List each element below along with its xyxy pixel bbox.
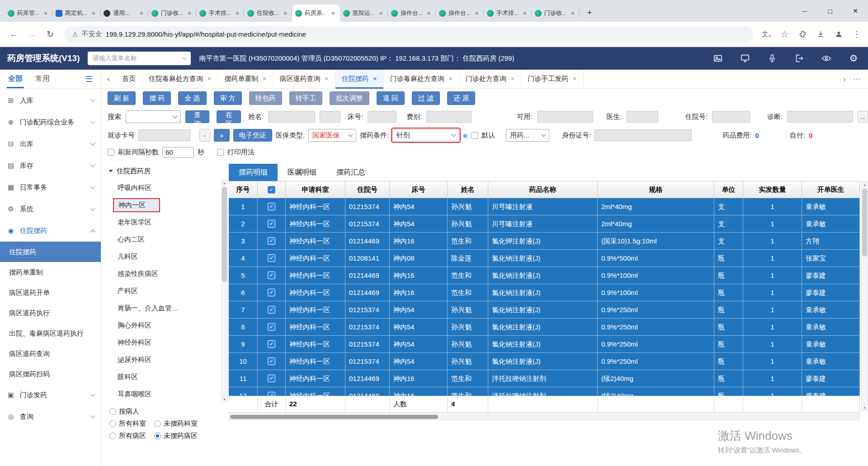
- e-voucher-button[interactable]: 电子凭证: [233, 129, 272, 142]
- workspace-tab[interactable]: 摆药单重制: [218, 70, 273, 88]
- toolbar-button[interactable]: 摆 药: [143, 91, 171, 105]
- table-row[interactable]: 8 神经内科一区 01215374 神内54 孙兴魁 氯化钠注射液(J) 0.9…: [229, 319, 860, 336]
- download-icon[interactable]: [816, 29, 826, 39]
- monitor-view-icon[interactable]: [821, 53, 832, 64]
- browser-menu-icon[interactable]: [852, 29, 862, 39]
- workspace-tab[interactable]: 门诊毒麻处方查询: [384, 70, 459, 88]
- col-inpatient-no[interactable]: 住院号: [345, 181, 390, 198]
- profile-avatar-icon[interactable]: [834, 29, 844, 39]
- row-checkbox[interactable]: [268, 254, 275, 262]
- row-checkbox[interactable]: [268, 237, 275, 245]
- radio-by-patient[interactable]: [109, 408, 116, 415]
- tree-item[interactable]: 神经外科区: [106, 334, 221, 351]
- tab-close-icon[interactable]: [90, 10, 97, 17]
- usage-select[interactable]: 用药...: [506, 129, 549, 142]
- visit-card-input[interactable]: [138, 129, 190, 141]
- radio-pending-wards[interactable]: [154, 433, 161, 439]
- tree-item[interactable]: 神内一区: [106, 196, 221, 214]
- table-row[interactable]: 6 神经内科一区 01214469 神内16 范生和 氯化钠注射液(J) 0.9…: [229, 284, 860, 301]
- sidebar-group-header[interactable]: 出库: [0, 133, 101, 155]
- radio-all-wards[interactable]: [109, 433, 116, 439]
- doctor-input[interactable]: [627, 111, 658, 123]
- capture-icon[interactable]: [712, 53, 723, 64]
- minus-button[interactable]: -: [199, 129, 210, 142]
- tab-close-icon[interactable]: [42, 10, 49, 17]
- table-row[interactable]: 4 神经内科一区 01208141 神内08 陈金莲 氯化钠注射液(J) 0.9…: [229, 250, 860, 267]
- logout-icon[interactable]: [794, 53, 805, 64]
- plus-button[interactable]: +: [214, 129, 230, 142]
- row-checkbox[interactable]: [268, 392, 275, 396]
- sidebar-group-header[interactable]: 门诊发药: [0, 384, 101, 406]
- sidebar-group-header[interactable]: 日常事务: [0, 176, 101, 198]
- new-tab-button[interactable]: [583, 6, 596, 19]
- sidebar-group-header[interactable]: 系统: [0, 198, 101, 220]
- default-checkbox[interactable]: [471, 132, 478, 139]
- browser-forward-button[interactable]: [24, 27, 40, 42]
- workspace-tab-close-icon[interactable]: [510, 76, 514, 82]
- collapse-panel-button[interactable]: «: [463, 131, 467, 140]
- patient-name-input-2[interactable]: [320, 111, 340, 123]
- browser-tab[interactable]: 手术排…: [196, 5, 244, 22]
- sidebar-item[interactable]: 病区退药开单: [0, 282, 101, 303]
- patient-name-input[interactable]: [268, 111, 315, 123]
- tab-close-icon[interactable]: [138, 10, 145, 17]
- print-usage-checkbox[interactable]: [217, 149, 224, 156]
- row-checkbox[interactable]: [268, 220, 275, 228]
- workspace-tab[interactable]: 住院毒麻处方查询: [142, 70, 218, 88]
- tree-root-node[interactable]: 住院西药房: [106, 163, 221, 179]
- tab-close-icon[interactable]: [569, 10, 576, 17]
- col-spec[interactable]: 规格: [598, 181, 714, 198]
- scroll-down-icon[interactable]: [222, 396, 227, 402]
- workspace-tab[interactable]: 病区退药查询: [273, 70, 335, 88]
- window-minimize-button[interactable]: [792, 0, 817, 22]
- select-all-checkbox[interactable]: [268, 186, 275, 194]
- radio-pending-depts[interactable]: [154, 420, 161, 427]
- tabs-scroll-right-icon[interactable]: [843, 74, 846, 84]
- tab-close-icon[interactable]: [330, 10, 337, 17]
- col-patient-name[interactable]: 姓名: [448, 181, 488, 198]
- row-checkbox[interactable]: [268, 323, 275, 331]
- tree-scrollbar[interactable]: [221, 179, 228, 403]
- sidebar-group-header[interactable]: 库存: [0, 155, 101, 176]
- sidebar-item[interactable]: 住院摆药: [0, 242, 101, 262]
- insurance-type-select[interactable]: 国家医保: [308, 129, 356, 142]
- tab-close-icon[interactable]: [186, 10, 193, 17]
- tree-item[interactable]: 泌尿外科区: [106, 351, 221, 368]
- detail-tab[interactable]: 摆药明细: [229, 164, 278, 181]
- toolbar-button[interactable]: 过 滤: [412, 91, 440, 105]
- scroll-up-icon[interactable]: [222, 180, 227, 186]
- tree-item[interactable]: 产科区: [106, 282, 221, 300]
- workspace-tab-close-icon[interactable]: [448, 76, 453, 82]
- col-seq[interactable]: 序号: [229, 181, 258, 198]
- browser-tab[interactable]: 药库管…: [5, 5, 52, 22]
- browser-tab[interactable]: 通用…: [100, 5, 148, 22]
- row-checkbox[interactable]: [268, 306, 275, 314]
- browser-tab[interactable]: 住院收…: [244, 5, 292, 22]
- sidebar-filter-common[interactable]: 常用: [35, 70, 50, 88]
- row-checkbox[interactable]: [268, 375, 275, 382]
- detail-tab[interactable]: 医嘱明细: [278, 164, 326, 181]
- toolbar-button[interactable]: 退 回: [377, 91, 405, 105]
- sidebar-group-header[interactable]: 门诊配药综合业务: [0, 111, 101, 133]
- toolbar-button[interactable]: 审 方: [214, 91, 242, 105]
- toolbar-button[interactable]: 刷 新: [108, 91, 136, 105]
- browser-tab[interactable]: 手术排…: [484, 5, 532, 22]
- tab-close-icon[interactable]: [282, 10, 289, 17]
- table-row[interactable]: 12 神经内科一区 01214469 神内16 范生和 泮托拉唑钠注射剂 (续2…: [229, 387, 860, 396]
- scrollbar-thumb[interactable]: [862, 189, 867, 257]
- workspace-tab[interactable]: 门诊处方查询: [459, 70, 521, 88]
- browser-tab[interactable]: 操作台…: [388, 5, 436, 22]
- col-qty[interactable]: 实发数量: [743, 181, 802, 198]
- refresh-interval-input[interactable]: 60: [162, 147, 194, 158]
- detail-tab[interactable]: 摆药汇总: [326, 164, 375, 181]
- sidebar-item[interactable]: 病区退药查询: [0, 343, 101, 364]
- tree-item[interactable]: 胃肠一、介入血管…: [106, 300, 221, 317]
- row-checkbox[interactable]: [268, 357, 275, 365]
- table-row[interactable]: 2 神经内科一区 01215374 神内54 孙兴魁 川芎嗪注射液 2ml*40…: [229, 215, 860, 233]
- refresh-interval-checkbox[interactable]: [108, 149, 114, 156]
- tab-close-icon[interactable]: [425, 10, 433, 17]
- tree-item[interactable]: 儿科区: [106, 248, 221, 265]
- sidebar-item[interactable]: 出院、毒麻病区退药执行: [0, 323, 101, 343]
- inpatient-no-input[interactable]: [712, 111, 750, 123]
- table-row[interactable]: 5 神经内科一区 01214469 神内16 范生和 氯化钠注射液(J) 0.9…: [229, 267, 860, 284]
